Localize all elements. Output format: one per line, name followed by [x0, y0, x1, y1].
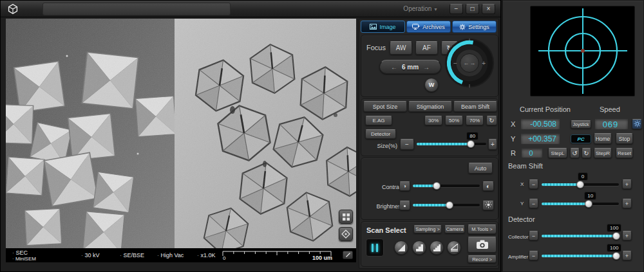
spot-reset-button[interactable]: ↻	[486, 116, 497, 125]
x-position-field: -00.508	[520, 118, 560, 130]
maximize-button[interactable]: □	[466, 4, 479, 14]
record-button[interactable]: Record >	[468, 255, 497, 263]
brightness-increase-button[interactable]	[482, 201, 494, 210]
grid-icon	[343, 213, 350, 221]
subtab-spot-size[interactable]: Spot Size	[363, 101, 407, 112]
amplifier-fill: 100	[542, 255, 616, 257]
brightness-slider-thumb[interactable]	[446, 201, 453, 209]
size-slider[interactable]: 80	[417, 143, 486, 145]
focus-label: Focus	[366, 44, 386, 51]
beam-shift-x-minus[interactable]: −	[529, 179, 538, 189]
amplifier-thumb[interactable]	[612, 252, 620, 260]
mtools-button[interactable]: M.Tools >	[468, 224, 497, 234]
spot-30-button[interactable]: 30%	[424, 116, 442, 125]
amplifier-minus[interactable]: −	[529, 251, 538, 260]
collector-slider[interactable]: 100	[542, 235, 619, 237]
beam-shift-y-minus[interactable]: −	[529, 199, 538, 208]
stop-button[interactable]: Stop	[616, 133, 633, 144]
collector-plus[interactable]: +	[622, 231, 632, 240]
contrast-slider-thumb[interactable]	[433, 182, 440, 190]
y-position-field: +00.357	[520, 133, 560, 145]
x-axis-label: X	[511, 120, 515, 128]
speed-field: 069	[594, 118, 629, 130]
beam-shift-x-tooltip: 0	[578, 172, 588, 181]
annotate-button[interactable]	[343, 251, 353, 259]
amplifier-plus[interactable]: +	[622, 251, 632, 260]
spot-70-button[interactable]: 70%	[466, 116, 484, 125]
collector-thumb[interactable]	[612, 232, 620, 240]
beam-shift-y-thumb[interactable]	[585, 200, 592, 208]
amplifier-slider[interactable]: 100	[542, 255, 619, 257]
capture-button[interactable]	[468, 237, 497, 253]
minimize-button[interactable]: −	[450, 4, 463, 14]
brightness-slider[interactable]	[413, 204, 480, 206]
contrast-increase-button[interactable]: ◐	[482, 181, 494, 191]
size-slider-thumb[interactable]	[467, 140, 475, 148]
scan-speed-4-button[interactable]	[447, 240, 461, 255]
size-minus-button[interactable]: −	[400, 139, 414, 150]
dial-minus[interactable]: −	[453, 60, 457, 67]
viewer-status-bar: SEC MiniSEM 30 kV SE/BSE High Vac x1.0K …	[6, 248, 356, 262]
spot-50-button[interactable]: 50%	[445, 116, 463, 125]
focus-dial[interactable]: − + ←→	[444, 38, 495, 88]
eag-button[interactable]: E.AG	[365, 116, 392, 125]
wd-decrease-icon[interactable]: ←	[391, 64, 397, 71]
speed-settings-button[interactable]	[632, 119, 642, 129]
camera-mode-button[interactable]: Camera	[444, 225, 465, 233]
archives-icon	[412, 24, 420, 30]
contrast-slider[interactable]	[413, 185, 480, 187]
center-marker-button[interactable]	[339, 227, 353, 241]
stage-position-display[interactable]	[530, 6, 635, 96]
working-distance-stepper[interactable]: ← 6 mm →	[379, 60, 441, 74]
pause-scan-button[interactable]	[366, 239, 384, 257]
step-right-button[interactable]: StepR	[594, 148, 612, 158]
beam-shift-x-plus[interactable]: +	[622, 179, 632, 189]
home-button[interactable]: Home	[594, 133, 612, 144]
sampling-button[interactable]: Sampling >	[413, 225, 442, 233]
wobble-button[interactable]: W	[424, 78, 439, 92]
tab-archives[interactable]: Archives	[406, 21, 451, 33]
beam-shift-x-slider[interactable]: 0	[542, 183, 619, 186]
dial-plus[interactable]: +	[482, 60, 486, 67]
dial-center-button[interactable]: ←→	[460, 53, 479, 73]
reset-button[interactable]: Reset	[616, 148, 633, 158]
scan-speed-2-button[interactable]	[412, 240, 426, 255]
wd-increase-icon[interactable]: →	[423, 64, 430, 71]
status-detector: SEC	[12, 249, 28, 256]
main-window: Operation ▼ − □ ×	[0, 0, 501, 272]
tab-settings-label: Settings	[468, 24, 489, 30]
speed-gear-icon	[634, 120, 641, 127]
auto-focus-button[interactable]: AF	[415, 41, 438, 55]
tab-image[interactable]: Image	[361, 21, 405, 33]
beam-shift-y-slider[interactable]: 10	[542, 203, 619, 205]
size-plus-button[interactable]: +	[488, 139, 497, 150]
collector-minus[interactable]: −	[529, 231, 538, 240]
beam-shift-x-thumb[interactable]	[576, 181, 584, 188]
app-logo-icon	[6, 4, 19, 14]
contrast-decrease-button[interactable]: ◑	[399, 181, 410, 191]
detector-button[interactable]: Detector	[365, 129, 396, 139]
tab-settings[interactable]: Settings	[452, 21, 497, 33]
panel-tabs: Image Archives Settings	[361, 21, 497, 33]
rotate-cw-button[interactable]: ↻	[582, 148, 591, 158]
subtab-beam-shift[interactable]: Beam Shift	[453, 101, 497, 112]
status-signal: SE/BSE	[120, 252, 144, 258]
pc-control-button[interactable]: PC	[571, 134, 591, 143]
tab-archives-label: Archives	[422, 24, 445, 30]
scan-speed-1-button[interactable]	[394, 240, 408, 255]
image-viewer[interactable]: SEC MiniSEM 30 kV SE/BSE High Vac x1.0K …	[6, 19, 356, 262]
rotate-ccw-button[interactable]: ↺	[570, 148, 580, 158]
operation-menu[interactable]: Operation ▼	[403, 5, 438, 12]
image-adjust-group: Auto Contrast ◑ ◐ Brightness	[361, 158, 498, 220]
auto-contrast-button[interactable]: Auto	[468, 163, 493, 174]
subtab-stigmation[interactable]: Stigmation	[408, 101, 452, 112]
operation-menu-label: Operation	[403, 5, 431, 12]
beam-shift-y-plus[interactable]: +	[622, 199, 632, 208]
auto-wobble-button[interactable]: AW	[390, 41, 412, 55]
quad-view-button[interactable]	[339, 210, 353, 224]
brightness-decrease-button[interactable]	[399, 201, 410, 210]
joystick-button[interactable]: Joystick	[571, 120, 591, 129]
close-button[interactable]: ×	[482, 4, 495, 14]
step-left-button[interactable]: StepL	[548, 148, 567, 158]
scan-speed-3-button[interactable]	[430, 240, 444, 255]
